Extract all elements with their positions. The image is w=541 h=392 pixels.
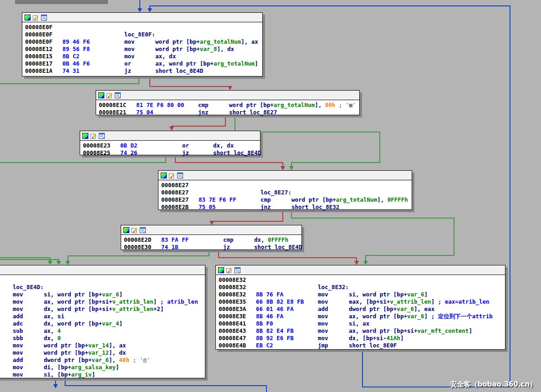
block-loc-8E0F-title-bar[interactable]: [22, 13, 262, 22]
asm-line[interactable]: 00008E2783 7E F6 FFcmpword ptr [bp+arg_t…: [158, 196, 412, 204]
asm-line[interactable]: 00008E0Floc_8E0F:: [22, 31, 262, 38]
edit-comment-icon[interactable]: [91, 133, 97, 139]
asm-line[interactable]: 00008E3A66 01 46 FAadddword ptr [bp+var_…: [216, 305, 505, 313]
asm-line[interactable]: 00008E170B 46 F6orax, word ptr [bp+arg_t…: [22, 60, 262, 67]
asm-line[interactable]: movword ptr [bp+var_12], dx: [0, 349, 205, 356]
operands: short loc_8E27: [229, 109, 277, 116]
asm-line[interactable]: 00008E0F89 46 F6movword ptr [bp+arg_tota…: [22, 38, 262, 46]
asm-line[interactable]: subax, 4: [0, 327, 205, 335]
asm-line[interactable]: 00008E3566 8B 82 E8 FBmoveax, [bp+si+v_a…: [216, 298, 505, 305]
char-comment: ; '■': [335, 102, 356, 108]
address: 00008E27: [161, 189, 189, 196]
asm-line[interactable]: 00008E2D83 FA FFcmpdx, 0FFFFh: [121, 236, 301, 244]
edit-comment-icon[interactable]: [169, 173, 175, 178]
operand-text: ]: [116, 364, 119, 371]
asm-line[interactable]: 00008E3E8B 46 FAmovax, word ptr [bp+var_…: [216, 313, 505, 320]
asm-line[interactable]: 00008E2B75 05jnzshort loc_8E32: [158, 204, 412, 211]
asm-line[interactable]: movax, word ptr [bp+si+v_attrib_len] ; a…: [0, 298, 205, 305]
asm-line[interactable]: 00008E1A74 31jzshort loc_8E4D: [22, 67, 262, 75]
operand-text: si, word ptr [bp+: [349, 291, 407, 298]
text-view-icon[interactable]: [177, 173, 183, 178]
block-8E2D-title-bar[interactable]: [121, 225, 301, 235]
edit-comment-icon[interactable]: [226, 267, 232, 273]
colors-icon[interactable]: [218, 267, 224, 273]
asm-line[interactable]: 00008E3074 1Bjzshort loc_8E4D: [121, 244, 301, 251]
block-loc-8E0F-code: 00008E0F00008E0Floc_8E0F:00008E0F89 46 F…: [22, 22, 262, 75]
text-view-icon[interactable]: [140, 227, 146, 233]
asm-line[interactable]: movsi, word ptr [bp+var_6]: [0, 291, 205, 298]
block-loc-8E27-title-bar[interactable]: [158, 171, 412, 180]
edge-in-top-arrowhead: [138, 8, 142, 12]
operand-text: ],: [377, 196, 388, 203]
asm-line[interactable]: 00008E32: [216, 276, 505, 284]
operands: short loc_8E32: [291, 204, 339, 211]
mnemonic: add: [13, 356, 23, 364]
label: loc_8E4D:: [13, 284, 44, 291]
ida-graph-view[interactable]: 安全客（bobao.360.cn） 00008E0F00008E0Floc_8E…: [0, 0, 541, 392]
asm-line[interactable]: 00008E418B F0movsi, ax: [216, 320, 505, 327]
colors-icon[interactable]: [82, 133, 88, 139]
colors-icon[interactable]: [161, 173, 167, 178]
block-8E23-title-bar[interactable]: [80, 131, 260, 141]
asm-line[interactable]: 00008E27loc_8E27:: [158, 189, 412, 196]
asm-line[interactable]: 00008E0F: [22, 24, 262, 31]
block-loc-8E4D[interactable]: loc_8E4D:movsi, word ptr [bp+var_6]movax…: [0, 265, 205, 378]
asm-line[interactable]: adcdx, word ptr [bp+var_4]: [0, 320, 205, 327]
text-view-icon[interactable]: [41, 15, 47, 20]
address: 00008E0F: [25, 24, 52, 31]
operand-text: ]: [469, 327, 472, 334]
block-8E23[interactable]: 00008E230B D2ordx, dx00008E2574 26jzshor…: [80, 131, 260, 155]
colors-icon[interactable]: [98, 92, 104, 98]
text-view-icon[interactable]: [115, 92, 121, 98]
block-8E2D[interactable]: 00008E2D83 FA FFcmpdx, 0FFFFh00008E3074 …: [121, 225, 302, 250]
asm-line[interactable]: 00008E438B 82 E4 FBmovax, word ptr [bp+s…: [216, 327, 505, 335]
asm-line[interactable]: adddword ptr [bp+var_6], 40h ; '@': [0, 356, 205, 364]
asm-line[interactable]: addax, si: [0, 313, 205, 320]
block-8E1C-code: 00008E1C81 7E F6 80 00cmpword ptr [bp+ar…: [96, 100, 359, 116]
asm-line[interactable]: 00008E1C81 7E F6 80 00cmpword ptr [bp+ar…: [96, 102, 359, 109]
operand-text: si, word ptr [bp+: [44, 291, 102, 298]
asm-line[interactable]: [0, 276, 205, 284]
mnemonic: mov: [124, 46, 135, 53]
block-8E1C[interactable]: 00008E1C81 7E F6 80 00cmpword ptr [bp+ar…: [96, 90, 360, 115]
asm-line[interactable]: movsi, [bp+arg_iv]: [0, 371, 205, 378]
colors-icon[interactable]: [123, 227, 129, 233]
block-loc-8E0F[interactable]: 00008E0F00008E0Floc_8E0F:00008E0F89 46 F…: [22, 12, 263, 76]
block-loc-8E27[interactable]: 00008E2700008E27loc_8E27:00008E2783 7E F…: [158, 170, 412, 210]
asm-line[interactable]: movdx, word ptr [bp+si+v_attrib_len+2]: [0, 305, 205, 313]
operands: si, word ptr [bp+var_6]: [44, 291, 122, 298]
text-view-icon[interactable]: [235, 267, 240, 273]
edit-comment-icon[interactable]: [132, 227, 138, 233]
colors-icon[interactable]: [25, 15, 31, 20]
asm-line[interactable]: 00008E32loc_8E32:: [216, 284, 505, 291]
address: 00008E1C: [99, 102, 126, 109]
opcode-bytes: 8B 76 FA: [256, 291, 283, 298]
asm-line[interactable]: movword ptr [bp+var_14], ax: [0, 342, 205, 349]
asm-line[interactable]: 00008E2175 04jnzshort loc_8E27: [96, 109, 359, 116]
asm-line[interactable]: 00008E2574 26jzshort loc_8E4D: [80, 149, 260, 157]
operand-text: word ptr [bp+: [229, 102, 274, 108]
edit-comment-icon[interactable]: [107, 92, 112, 98]
asm-line[interactable]: 00008E158B C2movax, dx: [22, 53, 262, 60]
asm-line[interactable]: 00008E1289 56 F8movword ptr [bp+var_8], …: [22, 46, 262, 53]
asm-line[interactable]: 00008E478B 92 E6 FBmovdx, [bp+si-41Ah]: [216, 335, 505, 342]
operands: short loc_8E4D: [155, 67, 203, 75]
block-loc-8E32[interactable]: 00008E3200008E32loc_8E32:00008E328B 76 F…: [215, 265, 505, 350]
operand-text: ], dx: [217, 46, 234, 52]
stack-var-name: arg_iv: [71, 371, 92, 378]
asm-line[interactable]: loc_8E4D:: [0, 284, 205, 291]
block-loc-8E32-title-bar[interactable]: [216, 265, 505, 275]
asm-line[interactable]: 00008E230B D2ordx, dx: [80, 142, 260, 149]
block-8E1C-title-bar[interactable]: [96, 91, 359, 100]
mnemonic: sbb: [13, 335, 23, 342]
address: 00008E47: [219, 335, 246, 342]
block-loc-8E4D-title-bar[interactable]: [0, 265, 205, 275]
asm-line[interactable]: sbbdx, 0: [0, 335, 205, 342]
asm-line[interactable]: 00008E27: [158, 182, 412, 189]
asm-line[interactable]: movdi, [bp+arg_salsa_key]: [0, 364, 205, 371]
asm-line[interactable]: 00008E4BEB C2jmpshort loc_8E0F: [216, 342, 505, 349]
text-view-icon[interactable]: [99, 133, 105, 139]
edit-comment-icon[interactable]: [33, 15, 39, 20]
stack-var-name: var_6: [407, 313, 424, 320]
asm-line[interactable]: 00008E328B 76 FAmovsi, word ptr [bp+var_…: [216, 291, 505, 298]
